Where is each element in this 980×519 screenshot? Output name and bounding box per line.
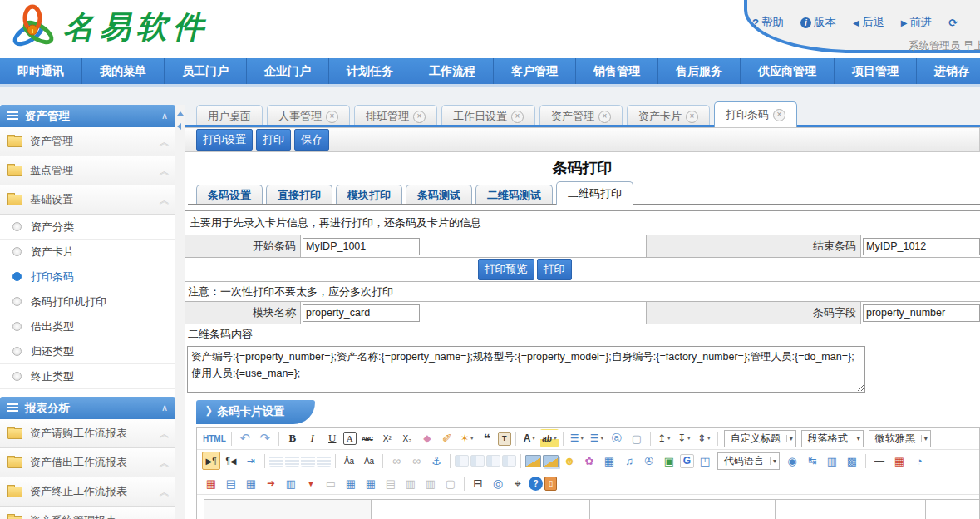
sidebar-folder-report-lend-workflow[interactable]: 资产借出工作流报表 <box>0 448 175 477</box>
link-icon[interactable]: ∞ <box>387 452 406 470</box>
tab-close-icon[interactable] <box>413 111 426 123</box>
subtab-qrcode-test[interactable]: 二维码测试 <box>475 185 553 205</box>
insert-music-icon[interactable]: ♫ <box>620 452 638 470</box>
nav-item-customer-mgmt[interactable]: 客户管理 <box>493 58 575 84</box>
subtab-direct-print[interactable]: 直接打印 <box>266 185 332 205</box>
font-select[interactable]: 微软雅黑 <box>869 430 931 447</box>
sidebar-item-print-barcode[interactable]: 打印条码 <box>0 264 175 289</box>
style-box-icon[interactable]: A <box>343 432 357 445</box>
indent-icon[interactable]: ⇥ <box>242 452 260 470</box>
insert-column-icon[interactable]: ▥ <box>282 474 300 492</box>
double-chevron-up-icon[interactable] <box>156 195 170 205</box>
insert-template-icon[interactable]: ▥ <box>823 452 841 470</box>
merge-cells-icon[interactable]: ▭ <box>322 474 340 492</box>
insert-image-multi-icon[interactable] <box>543 455 559 467</box>
save-button[interactable]: 保存 <box>294 129 329 151</box>
qr-content-textarea[interactable]: 资产编号:{=property_number=};资产名称:{=property… <box>187 346 865 393</box>
subtab-module-print[interactable]: 模块打印 <box>336 185 402 205</box>
sidebar-item-asset-category[interactable]: 资产分类 <box>0 215 175 240</box>
highlight-color-icon[interactable]: ab <box>540 429 559 447</box>
nav-item-supplier-mgmt[interactable]: 供应商管理 <box>740 58 834 84</box>
paste-icon[interactable]: ▯ <box>544 477 557 491</box>
tab-asset-mgmt[interactable]: 资产管理 <box>539 105 623 127</box>
tab-close-icon[interactable] <box>326 111 338 123</box>
subscript-icon[interactable]: X₂ <box>398 429 416 447</box>
find-replace-icon[interactable]: ⌖ <box>509 474 527 492</box>
table-properties-icon[interactable]: ▤ <box>222 474 240 492</box>
nav-item-sales-mgmt[interactable]: 销售管理 <box>575 58 657 84</box>
print-settings-button[interactable]: 打印设置 <box>196 129 253 151</box>
align-justify-icon[interactable] <box>317 456 331 467</box>
clear-float-icon[interactable] <box>502 455 516 467</box>
merge-down-icon[interactable]: ▦ <box>362 474 380 492</box>
float-none-icon[interactable] <box>470 455 485 467</box>
new-document-icon[interactable]: ▢ <box>628 429 646 447</box>
delete-column-icon[interactable]: ▼ <box>302 474 320 492</box>
paragraph-select[interactable]: 段落格式 <box>801 430 864 447</box>
html-source-icon[interactable]: HTML <box>202 429 227 447</box>
sidebar-folder-inventory-mgmt[interactable]: 盘点管理 <box>0 156 175 185</box>
module-name-input[interactable] <box>303 304 420 322</box>
collapse-left-icon[interactable] <box>177 123 181 130</box>
nav-item-inventory[interactable]: 进销存 <box>916 58 980 84</box>
editor-table-cell[interactable] <box>590 500 776 519</box>
remote-image-icon[interactable]: ▩ <box>843 452 861 470</box>
google-map-icon[interactable]: G <box>680 454 694 468</box>
insert-image-icon[interactable] <box>525 455 541 467</box>
nav-item-enterprise-portal[interactable]: 企业门户 <box>246 58 328 84</box>
sidebar-item-barcode-printer-print[interactable]: 条码打印机打印 <box>0 289 175 314</box>
table-delete-icon[interactable]: ▦ <box>202 474 220 492</box>
nav-item-plan-tasks[interactable]: 计划任务 <box>328 58 411 84</box>
attachment-icon[interactable]: ✇ <box>640 452 658 470</box>
tab-close-icon[interactable] <box>686 111 698 123</box>
tab-workday-settings[interactable]: 工作日设置 <box>441 105 535 127</box>
heading-select[interactable]: 自定义标题 <box>724 430 796 447</box>
sidebar-item-lend-type[interactable]: 借出类型 <box>0 314 175 339</box>
insert-date-icon[interactable]: ▦ <box>890 452 909 470</box>
ordered-list-icon[interactable]: ☰ <box>568 429 586 447</box>
tab-close-icon[interactable] <box>773 109 785 121</box>
version-link[interactable]: i 版本 <box>800 15 836 30</box>
start-barcode-input[interactable] <box>303 238 420 255</box>
sidebar-section-report-analysis[interactable]: 报表分析 <box>0 397 175 419</box>
superscript-icon[interactable]: X² <box>378 429 396 447</box>
double-chevron-up-icon[interactable] <box>156 516 170 519</box>
merge-right-icon[interactable]: ▦ <box>342 474 360 492</box>
double-chevron-up-icon[interactable] <box>156 428 170 438</box>
chevron-up-icon[interactable] <box>161 111 168 121</box>
paint-icon[interactable]: ✿ <box>580 452 598 470</box>
float-left-icon[interactable] <box>455 455 469 467</box>
subtab-barcode-settings[interactable]: 条码设置 <box>196 185 263 205</box>
split-cells-icon[interactable]: ▤ <box>382 474 400 492</box>
font-color-icon[interactable]: A <box>520 429 539 447</box>
nav-item-my-menu[interactable]: 我的菜单 <box>81 58 164 84</box>
emoticon-icon[interactable]: ☻ <box>560 452 579 470</box>
insert-row-above-icon[interactable]: ▦ <box>242 474 260 492</box>
tab-print-barcode[interactable]: 打印条码 <box>714 101 797 127</box>
underline-icon[interactable]: U <box>323 429 342 447</box>
unordered-list-icon[interactable]: ☰ <box>588 429 606 447</box>
to-uppercase-icon[interactable]: Âa <box>340 452 358 470</box>
redo-icon[interactable]: ↷ <box>256 429 274 447</box>
tab-hr-mgmt[interactable]: 人事管理 <box>267 105 350 127</box>
chevron-up-icon[interactable] <box>161 403 168 413</box>
subtab-qrcode-print[interactable]: 二维码打印 <box>556 181 633 205</box>
text-direction-ltr-icon[interactable]: ▶¶ <box>202 452 220 470</box>
double-chevron-up-icon[interactable] <box>156 487 170 497</box>
unlink-icon[interactable]: ∞ <box>407 452 426 470</box>
nav-item-instant-messaging[interactable]: 即时通讯 <box>0 58 81 84</box>
anchor-text-icon[interactable]: ⓐ <box>608 429 626 447</box>
print-preview-button[interactable]: 打印预览 <box>478 259 534 280</box>
print-preview-icon[interactable]: ◎ <box>489 474 507 492</box>
insert-time-icon[interactable]: ◔ <box>910 452 928 470</box>
paragraph-middle-icon[interactable]: ↧ <box>675 429 693 447</box>
bold-icon[interactable]: B <box>283 429 302 447</box>
editor-table-cell[interactable] <box>204 500 372 519</box>
line-height-icon[interactable]: ⇕ <box>695 429 713 447</box>
end-barcode-input[interactable] <box>863 238 980 255</box>
nav-item-project-mgmt[interactable]: 项目管理 <box>834 58 916 84</box>
table-sort-icon[interactable]: ▢ <box>441 474 460 492</box>
nav-item-employee-portal[interactable]: 员工门户 <box>164 58 246 84</box>
editor-table-cell[interactable] <box>776 500 926 519</box>
scroll-up-icon[interactable] <box>177 111 184 116</box>
